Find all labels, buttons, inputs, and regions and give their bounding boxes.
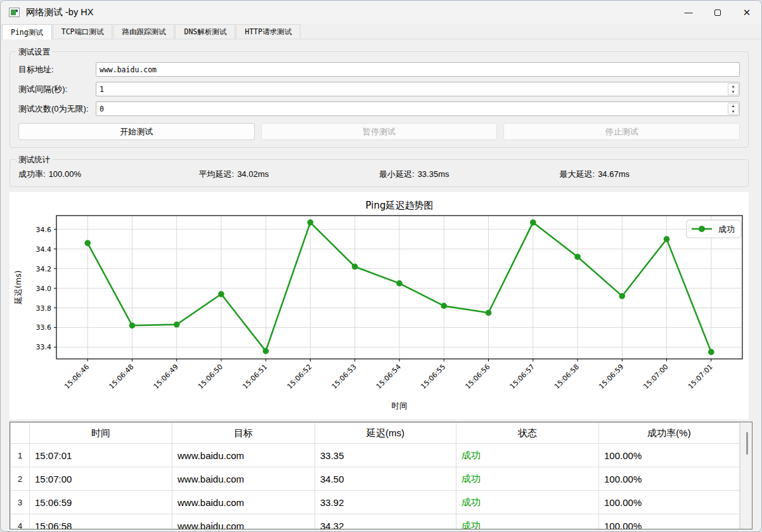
spin-down-icon[interactable]: ▼ <box>728 89 738 95</box>
avg-latency-value: 34.02ms <box>237 169 269 179</box>
svg-text:34.2: 34.2 <box>36 265 52 273</box>
table-vertical-scrollbar[interactable] <box>740 422 752 529</box>
app-icon <box>9 8 20 17</box>
maximize-button[interactable] <box>703 1 732 24</box>
max-latency-value: 34.67ms <box>598 169 630 179</box>
svg-text:延迟(ms): 延迟(ms) <box>13 270 23 304</box>
svg-text:34.4: 34.4 <box>36 245 52 254</box>
spin-up-icon[interactable]: ▲ <box>728 84 738 89</box>
table-cell: 3 <box>11 491 30 514</box>
success-rate-label: 成功率: <box>18 169 46 179</box>
close-button[interactable]: ✕ <box>732 1 761 24</box>
tab-ping-test[interactable]: Ping测试 <box>2 24 52 39</box>
table-cell: 成功 <box>456 514 599 530</box>
table-cell: 2 <box>11 467 30 491</box>
window-controls: — ✕ <box>674 1 761 24</box>
table-cell: www.baidu.com <box>172 467 315 491</box>
column-header[interactable]: 目标 <box>172 423 315 444</box>
success-rate-stat: 成功率:100.00% <box>18 169 199 180</box>
table-cell: 33.35 <box>315 444 456 467</box>
table-row[interactable]: 315:06:59www.baidu.com33.92成功100.00% <box>11 491 740 514</box>
table-row[interactable]: 215:07:00www.baidu.com34.50成功100.00% <box>11 467 740 491</box>
target-address-label: 目标地址: <box>18 64 96 75</box>
svg-text:34.6: 34.6 <box>36 226 52 234</box>
table-cell: www.baidu.com <box>172 514 315 530</box>
table-cell: 4 <box>11 514 30 530</box>
ping-latency-chart: 15:06:4615:06:4815:06:4915:06:5015:06:51… <box>10 192 749 419</box>
test-buttons-row: 开始测试 暂停测试 停止测试 <box>18 123 740 140</box>
test-statistics-group: 测试统计 成功率:100.00% 平均延迟:34.02ms 最小延迟:33.35… <box>10 159 749 187</box>
avg-latency-label: 平均延迟: <box>199 169 235 179</box>
stats-row: 成功率:100.00% 平均延迟:34.02ms 最小延迟:33.35ms 最大… <box>18 169 740 180</box>
pause-test-button[interactable]: 暂停测试 <box>261 123 498 140</box>
tabbar: Ping测试 TCP端口测试 路由跟踪测试 DNS解析测试 HTTP请求测试 <box>1 24 761 39</box>
test-interval-label: 测试间隔(秒): <box>18 84 96 95</box>
table-cell: 34.32 <box>315 514 456 530</box>
column-header[interactable]: 时间 <box>30 423 172 444</box>
target-address-input[interactable] <box>96 63 739 76</box>
scrollbar-handle[interactable] <box>746 432 748 455</box>
table-row[interactable]: 115:07:01www.baidu.com33.35成功100.00% <box>11 444 740 467</box>
svg-text:33.4: 33.4 <box>36 343 52 351</box>
table-cell: 15:07:01 <box>30 444 172 467</box>
svg-text:33.6: 33.6 <box>36 323 52 332</box>
minimize-button[interactable]: — <box>674 1 703 24</box>
table-cell: 1 <box>11 444 30 467</box>
spin-down-icon[interactable]: ▼ <box>728 109 738 115</box>
svg-text:34.0: 34.0 <box>36 285 52 293</box>
min-latency-label: 最小延迟: <box>379 169 415 179</box>
tab-http-test[interactable]: HTTP请求测试 <box>236 24 300 39</box>
window-title: 网络测试 -by HX <box>26 6 93 18</box>
min-latency-value: 33.35ms <box>418 169 449 179</box>
table-cell: 100.00% <box>599 467 740 491</box>
test-count-label: 测试次数(0为无限): <box>18 103 96 115</box>
column-header[interactable]: 成功率(%) <box>599 423 740 444</box>
column-header[interactable]: 状态 <box>456 423 599 444</box>
table-cell: 100.00% <box>599 444 740 467</box>
ping-test-page: 测试设置 目标地址: 测试间隔(秒): ▲ ▼ 测试次数(0为无限) <box>1 39 761 529</box>
table-cell: 15:06:58 <box>30 514 172 530</box>
table-cell: 34.50 <box>315 467 456 491</box>
titlebar: 网络测试 -by HX — ✕ <box>1 1 761 24</box>
svg-text:Ping延迟趋势图: Ping延迟趋势图 <box>366 200 434 211</box>
test-count-input[interactable] <box>96 102 727 115</box>
svg-text:成功: 成功 <box>718 224 735 234</box>
target-address-row: 目标地址: <box>18 62 740 77</box>
tab-traceroute-test[interactable]: 路由跟踪测试 <box>113 24 174 39</box>
table-row[interactable]: 415:06:58www.baidu.com34.32成功100.00% <box>11 514 740 530</box>
start-test-button[interactable]: 开始测试 <box>18 123 255 140</box>
results-table: 时间目标延迟(ms)状态成功率(%)115:07:01www.baidu.com… <box>10 422 740 529</box>
table-cell: www.baidu.com <box>172 444 315 467</box>
table-cell: 成功 <box>456 467 599 491</box>
target-address-field[interactable] <box>96 62 740 77</box>
column-header[interactable]: 延迟(ms) <box>315 423 456 444</box>
test-settings-group-label: 测试设置 <box>16 47 53 58</box>
min-latency-stat: 最小延迟:33.35ms <box>379 169 560 180</box>
maximize-icon <box>714 10 721 16</box>
table-cell: 100.00% <box>599 514 740 530</box>
test-interval-input[interactable] <box>96 82 727 96</box>
success-rate-value: 100.00% <box>49 169 81 179</box>
column-header[interactable] <box>11 423 30 444</box>
tab-tcp-port-test[interactable]: TCP端口测试 <box>53 24 113 39</box>
avg-latency-stat: 平均延迟:34.02ms <box>199 169 380 180</box>
table-cell: 100.00% <box>599 491 740 514</box>
table-cell: 15:07:00 <box>30 467 172 491</box>
max-latency-label: 最大延迟: <box>560 169 595 179</box>
tab-dns-test[interactable]: DNS解析测试 <box>175 24 235 39</box>
test-count-spin-buttons: ▲ ▼ <box>728 103 739 115</box>
table-cell: 成功 <box>456 444 599 467</box>
table-cell: 成功 <box>456 491 599 514</box>
spin-up-icon[interactable]: ▲ <box>728 103 738 109</box>
svg-text:33.8: 33.8 <box>36 304 52 313</box>
test-count-spinner[interactable]: ▲ ▼ <box>96 101 740 116</box>
table-cell: 33.92 <box>315 491 456 514</box>
test-settings-group: 测试设置 目标地址: 测试间隔(秒): ▲ ▼ 测试次数(0为无限) <box>10 51 749 148</box>
table-cell: 15:06:59 <box>30 491 172 514</box>
test-interval-spinner[interactable]: ▲ ▼ <box>96 82 740 96</box>
max-latency-stat: 最大延迟:34.67ms <box>560 169 740 180</box>
stop-test-button[interactable]: 停止测试 <box>503 123 740 140</box>
results-table-container: 时间目标延迟(ms)状态成功率(%)115:07:01www.baidu.com… <box>10 422 752 529</box>
test-count-row: 测试次数(0为无限): ▲ ▼ <box>18 101 740 116</box>
test-statistics-group-label: 测试统计 <box>16 155 53 165</box>
